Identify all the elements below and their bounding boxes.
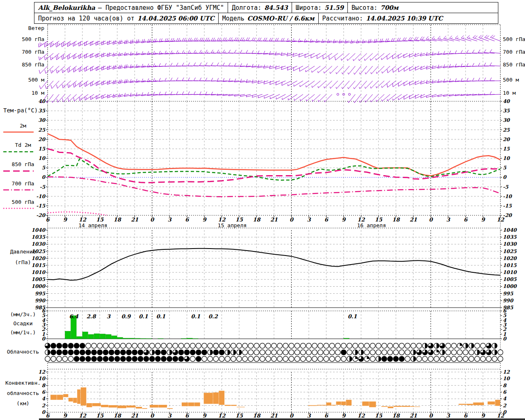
barb-feather [393,38,395,41]
cloud-circle [115,343,120,349]
barb-feather [449,64,450,67]
cloud-circle [219,356,224,362]
barb-feather [109,40,110,44]
precip-bar [181,338,187,339]
temp-panel-title: Тем-ра(°C) [3,107,38,113]
wind-level-10m: 10 м [2,90,44,96]
x-tick-label: 3 [168,217,172,223]
wind-level-850hpa-right: 850 гПа [503,62,525,68]
barb-feather [102,41,102,45]
cloud-circle [388,350,393,355]
barb-feather [50,43,50,47]
calm-circle [349,94,351,96]
y-tick-label: 10 [38,155,46,161]
cloud-fill [51,343,56,349]
barb-feather [68,84,68,88]
barb-shaft [410,66,419,71]
cloud-circle [422,356,428,362]
cloud-circle [126,343,132,349]
barb-feather [299,53,299,57]
y-tick-label: 1015 [503,262,517,268]
y-tick-label: 1040 [32,227,46,233]
barb-feather [316,39,317,42]
cloud-circle [486,356,491,362]
barb-feather [102,66,102,70]
cloud-fill [80,356,85,362]
barb-shaft [420,53,431,56]
cloud-circle [266,343,271,349]
cloud-circle [184,343,189,349]
barb-feather [136,79,137,82]
barb-feather [362,39,363,43]
barb-feather [333,39,334,43]
barb-shaft [415,81,425,84]
cloud-circle [399,343,404,349]
barb-shaft [438,94,448,97]
barb-feather [228,63,231,66]
barb-feather [438,65,439,68]
barb-half-feather [376,72,377,73]
precip-3h-sum: 0.1 [156,313,166,320]
cloud-circle [312,356,317,362]
precip-bar [135,338,140,339]
barb-shaft [393,94,402,100]
precip-3h-sum: 0.1 [139,313,148,320]
convective-bar [77,389,80,404]
barb-shaft [107,66,117,70]
barb-feather [130,52,131,55]
cloud-circle [213,343,219,349]
y-tick-label: 1000 [32,283,46,289]
barb-feather [399,38,400,41]
barb-shaft [415,53,425,57]
y-tick-label: 1010 [503,269,517,275]
barb-feather [432,80,433,83]
cloud-fill [109,350,114,355]
barb-feather [40,42,41,46]
cloud-fill [202,350,207,355]
cloud-row-1 [45,343,497,349]
barb-feather [228,50,231,53]
barb-feather [410,67,410,71]
precip-bar [187,338,193,339]
y-tick-label: 12 [503,369,510,375]
cloud-circle [289,356,294,362]
y-tick-label: 0 [42,174,46,180]
convective-bar [394,406,402,406]
barb-feather [490,78,492,81]
barb-feather [85,96,85,100]
cloud-circle [347,343,352,349]
y-tick-label: 1005 [32,276,46,282]
y-tick-label: 1030 [503,241,517,247]
cloud-fill [48,350,50,355]
barb-feather [486,36,489,38]
cloud-circle [277,356,283,362]
barb-feather [329,56,329,60]
barb-shaft [324,66,332,73]
barb-feather [56,43,56,47]
barb-shaft [101,53,111,57]
y-tick-label: -15 [503,203,512,209]
barb-shaft [107,94,117,98]
barb-half-feather [365,100,365,102]
barb-feather [69,68,70,71]
barb-feather [98,81,98,85]
barb-feather [248,38,250,41]
barb-feather [410,37,412,40]
cloud-circle [300,343,306,349]
cloud-fill [115,350,120,355]
barb-feather [223,50,225,53]
barb-feather [81,82,81,86]
cloud-fill [341,350,347,355]
barb-feather [184,38,185,41]
barb-shaft [420,81,431,84]
barb-shaft [409,53,419,57]
convective-bar [101,405,108,407]
x-tick-label: 6 [324,217,329,223]
precip-bar [193,338,199,339]
barb-feather [246,37,248,41]
cloud-fill [425,343,427,349]
convective-bar [142,408,147,409]
barb-half-feather [370,59,371,60]
barb-half-feather [232,39,233,41]
cloud-circle [329,356,335,362]
